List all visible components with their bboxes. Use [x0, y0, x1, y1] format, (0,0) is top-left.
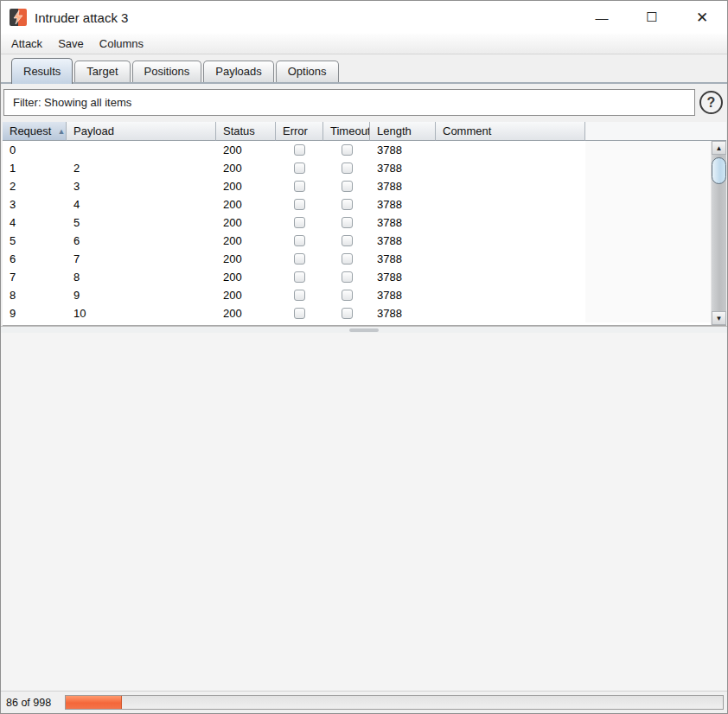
attack-progress-fill — [66, 696, 122, 709]
menu-item-save[interactable]: Save — [52, 35, 90, 52]
cell-timeout — [323, 232, 370, 250]
column-header-payload[interactable]: Payload — [67, 122, 216, 141]
cell-request: 0 — [3, 141, 67, 159]
cell-status: 200 — [216, 304, 276, 322]
cell-status: 200 — [216, 195, 276, 214]
cell-request: 7 — [3, 268, 67, 286]
row-filler — [585, 214, 711, 232]
cell-comment — [436, 286, 585, 304]
cell-request: 5 — [3, 232, 67, 250]
timeout-checkbox[interactable] — [342, 199, 353, 210]
table-row[interactable]: 122003788 — [3, 159, 711, 177]
cell-payload: 3 — [67, 177, 216, 195]
help-button[interactable]: ? — [699, 91, 723, 114]
cell-payload: 8 — [67, 268, 216, 286]
cell-length: 3788 — [370, 232, 436, 250]
row-filler — [585, 268, 711, 286]
error-checkbox[interactable] — [294, 217, 305, 228]
timeout-checkbox[interactable] — [342, 290, 353, 301]
error-checkbox[interactable] — [294, 271, 305, 283]
sort-ascending-icon: ▲ — [57, 127, 65, 136]
column-header-status[interactable]: Status — [216, 122, 276, 141]
cell-length: 3788 — [370, 268, 436, 286]
menu-item-columns[interactable]: Columns — [93, 35, 150, 52]
cell-length: 3788 — [370, 141, 436, 159]
menu-bar: AttackSaveColumns — [1, 34, 727, 54]
cell-timeout — [323, 177, 370, 195]
cell-status: 200 — [216, 250, 276, 268]
cell-request: 1 — [3, 159, 67, 177]
table-row[interactable]: 782003788 — [3, 268, 711, 286]
window-title: Intruder attack 3 — [35, 10, 128, 25]
cell-timeout — [323, 250, 370, 268]
table-row[interactable]: 452003788 — [3, 214, 711, 232]
timeout-checkbox[interactable] — [342, 253, 353, 265]
table-row[interactable]: 232003788 — [3, 177, 711, 195]
scroll-down-button[interactable]: ▼ — [712, 311, 726, 325]
cell-status: 200 — [216, 268, 276, 286]
timeout-checkbox[interactable] — [342, 181, 353, 192]
column-header-timeout[interactable]: Timeout — [323, 122, 370, 141]
cell-payload — [67, 141, 216, 159]
table-row[interactable]: 342003788 — [3, 195, 711, 214]
timeout-checkbox[interactable] — [342, 308, 353, 319]
cell-timeout — [323, 304, 370, 322]
tab-payloads[interactable]: Payloads — [203, 61, 273, 82]
vertical-scrollbar[interactable]: ▲ ▼ — [711, 141, 726, 325]
cell-error — [276, 177, 323, 195]
header-filler — [585, 122, 726, 141]
error-checkbox[interactable] — [294, 163, 305, 174]
menu-item-attack[interactable]: Attack — [11, 35, 48, 52]
column-header-label: Timeout — [330, 124, 370, 137]
request-detail-pane — [1, 333, 727, 691]
tab-positions[interactable]: Positions — [132, 61, 202, 82]
row-filler — [585, 141, 711, 159]
cell-error — [276, 214, 323, 232]
error-checkbox[interactable] — [294, 199, 305, 210]
close-button[interactable]: ✕ — [677, 1, 727, 34]
minimize-button[interactable]: — — [577, 1, 627, 34]
column-header-label: Comment — [443, 124, 491, 137]
column-header-length[interactable]: Length — [370, 122, 436, 141]
table-row[interactable]: 672003788 — [3, 250, 711, 268]
error-checkbox[interactable] — [294, 144, 305, 156]
cell-timeout — [323, 141, 370, 159]
cell-error — [276, 159, 323, 177]
column-header-request[interactable]: Request▲ — [3, 122, 67, 141]
error-checkbox[interactable] — [294, 181, 305, 192]
error-checkbox[interactable] — [294, 290, 305, 301]
error-checkbox[interactable] — [294, 308, 305, 319]
cell-payload: 6 — [67, 232, 216, 250]
error-checkbox[interactable] — [294, 253, 305, 265]
cell-length: 3788 — [370, 250, 436, 268]
table-row[interactable]: 892003788 — [3, 286, 711, 304]
table-row[interactable]: 02003788 — [3, 141, 711, 159]
timeout-checkbox[interactable] — [342, 144, 353, 156]
cell-error — [276, 195, 323, 214]
maximize-button[interactable]: ☐ — [627, 1, 677, 34]
timeout-checkbox[interactable] — [342, 235, 353, 246]
timeout-checkbox[interactable] — [342, 217, 353, 228]
filter-bar[interactable]: Filter: Showing all items — [3, 89, 695, 116]
column-header-comment[interactable]: Comment — [436, 122, 585, 141]
window-controls: — ☐ ✕ — [577, 1, 727, 34]
scroll-up-button[interactable]: ▲ — [712, 141, 726, 155]
tab-options[interactable]: Options — [276, 61, 339, 82]
row-filler — [585, 195, 711, 214]
table-row[interactable]: 562003788 — [3, 232, 711, 250]
burp-suite-icon — [10, 9, 27, 26]
timeout-checkbox[interactable] — [342, 163, 353, 174]
timeout-checkbox[interactable] — [342, 271, 353, 283]
scrollbar-thumb[interactable] — [712, 157, 726, 184]
tab-target[interactable]: Target — [74, 61, 130, 82]
split-divider-handle[interactable] — [349, 328, 379, 332]
cell-comment — [436, 141, 585, 159]
cell-length: 3788 — [370, 214, 436, 232]
cell-timeout — [323, 286, 370, 304]
cell-error — [276, 250, 323, 268]
error-checkbox[interactable] — [294, 235, 305, 246]
table-row[interactable]: 9102003788 — [3, 304, 711, 322]
column-header-error[interactable]: Error — [276, 122, 323, 141]
cell-comment — [436, 177, 585, 195]
tab-results[interactable]: Results — [11, 58, 73, 84]
